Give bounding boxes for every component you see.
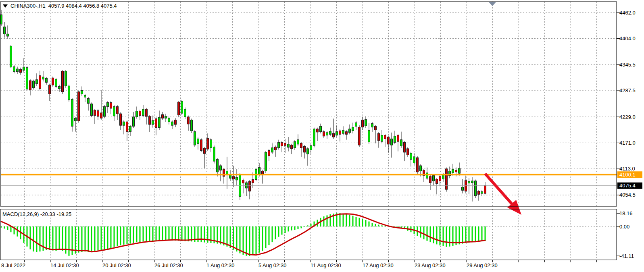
time-axis-label: 20 Jul 02:30 [102,262,131,268]
macd-histogram-bar [446,226,447,247]
time-axis-label: 14 Jul 02:30 [50,262,79,268]
price-axis-label: 4054.5 [619,192,636,198]
macd-histogram-bar [236,226,238,251]
macd-histogram-bar [281,226,283,235]
macd-histogram-bar [462,226,463,244]
candle-body [58,86,60,89]
symbol-timeframe-label: CHINA300-,H1 [10,3,46,9]
candle-body [39,76,41,89]
macd-histogram-bar [459,226,460,244]
macd-histogram-bar [104,226,105,249]
candle-body [258,168,261,175]
time-axis-label: 17 Aug 02:30 [363,262,394,268]
macd-histogram-bar [201,226,202,242]
candle-body [117,106,119,114]
macd-panel[interactable] [0,209,617,260]
symbol-dropdown-icon[interactable] [3,4,8,8]
macd-histogram-bar [185,226,186,241]
candle-body [139,111,141,116]
candle-body [204,148,206,154]
macd-histogram-bar [278,226,279,237]
macd-histogram-bar [59,226,60,250]
candle-body [300,143,302,148]
trend-arrow-shaft[interactable] [485,174,513,205]
candle-body [400,140,402,146]
candle-body [371,124,373,127]
macd-indicator-label: MACD(12,26,9) -20.33 -19.25 [2,211,71,217]
candle-body [339,131,341,134]
macd-histogram-bar [69,226,70,256]
candle-body [233,176,235,179]
candle-body [455,170,457,172]
candle-body [110,102,112,108]
candle-body [236,177,238,180]
macd-histogram-bar [249,226,250,256]
candle-body [84,96,86,97]
macd-histogram-bar [478,226,479,241]
candle-body [194,132,196,145]
candle-body [10,46,12,67]
candle-body [420,166,422,171]
level-price-badge-label: 4100.1 [619,172,636,178]
candle-body [217,160,219,172]
candle-body [388,137,390,144]
candle-body [317,129,319,132]
candle-body [220,166,222,170]
macd-histogram-bar [288,226,289,231]
macd-histogram-bar [107,226,108,249]
main-chart-panel[interactable] [0,2,617,206]
time-axis-label: 11 Aug 02:30 [311,262,341,268]
macd-histogram-bar [33,226,34,251]
candle-body [188,117,190,124]
macd-histogram-bar [349,215,350,226]
candle-body [391,139,393,145]
macd-histogram-bar [117,226,118,246]
macd-histogram-bar [181,226,183,241]
candle-body [288,144,290,147]
macd-histogram-bar [46,226,47,250]
macd-histogram-bar [385,226,386,226]
candle-body [75,118,77,121]
macd-histogram-bar [427,226,428,241]
candle-body [129,126,131,131]
macd-histogram-bar [172,226,173,241]
candle-body [168,118,170,122]
price-axis-label: 4171.0 [619,140,636,146]
macd-histogram-bar [240,226,241,253]
macd-histogram-bar [378,225,379,226]
price-axis-label: 4113.0 [619,166,635,172]
macd-histogram-bar [298,226,299,229]
candle-body [213,147,215,161]
candle-body [68,86,70,100]
macd-histogram-bar [356,217,357,226]
candle-body [346,132,348,135]
candle-body [152,120,154,125]
candle-body [200,140,202,151]
macd-histogram-bar [465,226,467,243]
price-axis-label: 4404.0 [619,35,636,42]
macd-histogram-bar [159,226,160,241]
candle-body [191,120,193,131]
macd-axis-label: 18.16 [619,210,633,216]
macd-histogram-bar [98,226,99,250]
macd-histogram-bar [365,220,367,226]
macd-histogram-bar [259,226,260,253]
macd-histogram-bar [130,226,131,244]
macd-histogram-bar [94,226,96,251]
candle-body [242,180,244,183]
macd-histogram-bar [346,214,347,226]
macd-histogram-bar [178,226,179,241]
candle-body [271,148,273,152]
candle-body [471,181,473,183]
candle-body [155,118,157,127]
candle-body [313,129,315,145]
candle-body [126,122,128,131]
macd-histogram-bar [156,226,157,241]
time-axis-label: 23 Aug 02:30 [415,262,446,268]
mt4-chart-window: 4462.04404.04345.54287.54229.04171.04113… [0,0,644,272]
macd-histogram-bar [114,226,115,247]
candle-body [52,78,54,85]
candle-body [181,101,183,113]
macd-histogram-bar [443,226,444,246]
candle-body [446,169,448,189]
